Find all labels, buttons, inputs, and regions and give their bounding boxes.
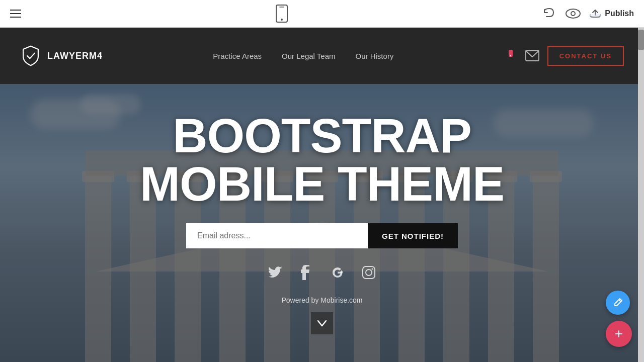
get-notified-button[interactable]: GET NOTIFIED! bbox=[368, 223, 458, 248]
scrollbar-thumb[interactable] bbox=[638, 30, 644, 50]
hero-title-line1: BOOTSTRAP bbox=[173, 109, 471, 162]
nav-phone-icon[interactable] bbox=[504, 49, 517, 62]
brand-name: LAWYERM4 bbox=[47, 51, 103, 61]
undo-icon[interactable] bbox=[542, 8, 556, 20]
nav-email-icon[interactable] bbox=[525, 50, 539, 61]
svg-point-1 bbox=[281, 19, 283, 21]
navbar-actions: CONTACT US bbox=[504, 46, 624, 66]
chevron-down-icon bbox=[317, 320, 327, 327]
svg-point-3 bbox=[566, 9, 580, 18]
scroll-down-button[interactable] bbox=[311, 312, 333, 334]
website-content: LAWYERM4 Practice Areas Our Legal Team O… bbox=[0, 28, 644, 362]
facebook-icon[interactable] bbox=[298, 264, 314, 284]
google-plus-icon[interactable] bbox=[330, 264, 346, 284]
preview-icon[interactable] bbox=[566, 8, 581, 19]
navbar: LAWYERM4 Practice Areas Our Legal Team O… bbox=[0, 28, 644, 84]
nav-practice-areas[interactable]: Practice Areas bbox=[213, 52, 262, 60]
mobile-preview-icon[interactable] bbox=[275, 5, 288, 23]
nav-legal-team[interactable]: Our Legal Team bbox=[282, 52, 335, 60]
editor-bar-center bbox=[275, 5, 288, 23]
powered-by-text: Powered by Mobirise.com bbox=[281, 296, 362, 304]
hamburger-menu[interactable] bbox=[10, 10, 21, 18]
hero-social-links bbox=[267, 264, 377, 284]
publish-button[interactable]: Publish bbox=[590, 9, 634, 18]
svg-point-9 bbox=[366, 269, 372, 276]
nav-our-history[interactable]: Our History bbox=[356, 52, 394, 60]
fab-add-button[interactable]: + bbox=[606, 321, 632, 347]
svg-point-6 bbox=[510, 55, 511, 56]
instagram-icon[interactable] bbox=[361, 264, 377, 284]
plus-icon: + bbox=[615, 327, 623, 341]
editor-bar-right: Publish bbox=[542, 8, 634, 20]
contact-us-button[interactable]: CONTACT US bbox=[547, 46, 624, 66]
editor-bar-left bbox=[10, 10, 21, 18]
fab-container: + bbox=[606, 291, 632, 347]
navbar-brand: LAWYERM4 bbox=[20, 45, 103, 66]
navbar-links: Practice Areas Our Legal Team Our Histor… bbox=[213, 52, 393, 60]
hero-title-line2: MOBILE THEME bbox=[140, 157, 504, 211]
pencil-icon bbox=[613, 298, 623, 308]
email-input[interactable] bbox=[186, 223, 368, 248]
svg-point-4 bbox=[571, 12, 575, 16]
svg-point-10 bbox=[372, 268, 373, 270]
editor-bar: Publish bbox=[0, 0, 644, 28]
hero-content: BOOTSTRAP MOBILE THEME GET NOTIFIED! bbox=[0, 112, 644, 334]
publish-label: Publish bbox=[605, 9, 634, 18]
hero-form: GET NOTIFIED! bbox=[186, 223, 458, 248]
scrollbar-track[interactable] bbox=[638, 28, 644, 362]
twitter-icon[interactable] bbox=[267, 264, 283, 284]
hero-section: BOOTSTRAP MOBILE THEME GET NOTIFIED! bbox=[0, 84, 644, 362]
hero-title: BOOTSTRAP MOBILE THEME bbox=[140, 112, 504, 208]
svg-rect-8 bbox=[363, 266, 375, 279]
brand-logo-icon bbox=[20, 45, 41, 66]
fab-edit-button[interactable] bbox=[606, 291, 630, 315]
